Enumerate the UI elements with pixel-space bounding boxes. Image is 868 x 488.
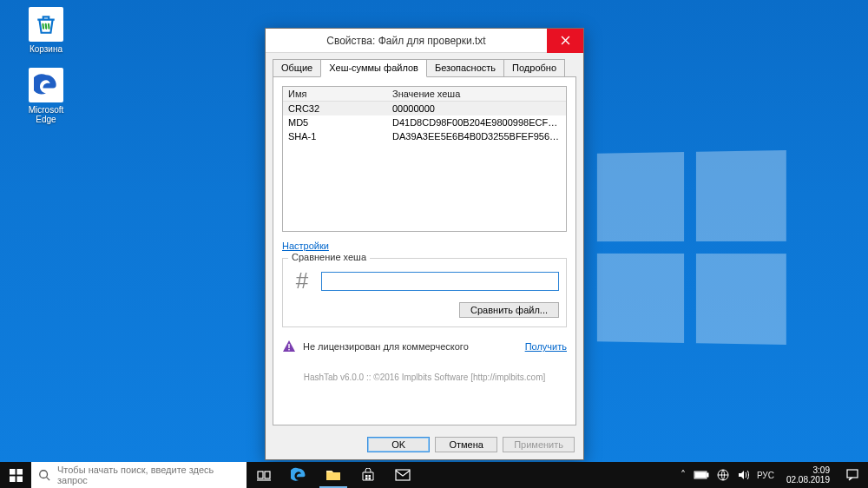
svg-rect-3	[16, 469, 23, 475]
cancel-button[interactable]: Отмена	[435, 437, 497, 452]
clock-time: 3:09	[786, 465, 830, 476]
search-icon	[38, 469, 50, 481]
tab-panel: Имя Значение хеша CRC32 00000000 MD5 D41…	[273, 76, 576, 425]
desktop-icon-label: Корзина	[19, 44, 73, 54]
start-button[interactable]	[0, 462, 31, 488]
taskbar: Чтобы начать поиск, введите здесь запрос…	[0, 462, 868, 488]
svg-rect-2	[10, 469, 16, 475]
windows-logo-watermark	[597, 150, 786, 345]
task-view-button[interactable]	[247, 462, 281, 488]
license-get-link[interactable]: Получить	[525, 341, 567, 352]
taskbar-search[interactable]: Чтобы начать поиск, введите здесь запрос	[31, 462, 247, 488]
hash-value: DA39A3EE5E6B4B0D3255BFEF95601...	[392, 131, 561, 142]
folder-icon	[326, 468, 341, 482]
compare-file-button[interactable]: Сравнить файл...	[459, 302, 559, 318]
apply-button[interactable]: Применить	[503, 437, 575, 452]
tab-security[interactable]: Безопасность	[426, 59, 504, 76]
properties-dialog: Свойства: Файл для проверки.txt Общие Хе…	[265, 28, 584, 460]
recycle-bin-icon	[29, 7, 63, 42]
desktop-icon-label: Microsoft Edge	[19, 105, 73, 124]
desktop: Корзина Microsoft Edge Свойства: Файл дл…	[0, 0, 868, 488]
license-row: Не лицензирован для коммерческого Получи…	[282, 340, 567, 353]
notification-icon	[845, 468, 859, 482]
edge-icon	[291, 467, 306, 483]
tab-hash-sums[interactable]: Хеш-суммы файлов	[320, 59, 427, 77]
hash-name: MD5	[288, 117, 392, 128]
hash-name: CRC32	[288, 103, 392, 114]
edge-icon	[29, 68, 63, 102]
ok-button[interactable]: OK	[367, 437, 430, 452]
tab-details[interactable]: Подробно	[503, 59, 565, 76]
tray-chevron-up-icon[interactable]: ˄	[681, 469, 686, 481]
volume-icon[interactable]	[737, 469, 749, 481]
hash-name: SHA-1	[288, 131, 392, 142]
svg-rect-4	[10, 476, 16, 482]
tab-general[interactable]: Общие	[273, 59, 321, 76]
svg-line-7	[47, 478, 50, 481]
mail-icon	[395, 469, 411, 481]
taskbar-app-store[interactable]	[351, 462, 385, 488]
svg-rect-5	[16, 476, 23, 482]
col-header-value[interactable]: Значение хеша	[392, 89, 561, 99]
language-indicator[interactable]: РУС	[757, 471, 774, 480]
compare-hash-group: Сравнение хеша # Сравнить файл...	[282, 258, 567, 327]
task-view-icon	[257, 469, 271, 481]
svg-rect-20	[847, 470, 858, 478]
svg-point-6	[40, 471, 48, 478]
svg-rect-15	[396, 470, 410, 480]
svg-rect-18	[695, 472, 706, 478]
desktop-icon-recycle-bin[interactable]: Корзина	[19, 7, 73, 54]
hash-value: 00000000	[392, 103, 561, 114]
svg-rect-9	[265, 472, 270, 478]
dialog-title: Свойства: Файл для проверки.txt	[266, 35, 547, 47]
warning-icon	[282, 340, 296, 353]
hash-row[interactable]: MD5 D41D8CD98F00B204E9800998ECF84...	[283, 115, 566, 129]
close-button[interactable]	[547, 29, 583, 53]
hash-value: D41D8CD98F00B204E9800998ECF84...	[392, 117, 561, 128]
svg-rect-13	[365, 478, 368, 480]
windows-icon	[10, 469, 23, 482]
battery-icon[interactable]	[694, 470, 709, 480]
hash-list-header: Имя Значение хеша	[283, 87, 566, 102]
desktop-icon-edge[interactable]: Microsoft Edge	[19, 68, 73, 124]
taskbar-spacer	[420, 462, 675, 488]
about-text: HashTab v6.0.0 :: ©2016 Implbits Softwar…	[282, 373, 567, 382]
hash-list[interactable]: Имя Значение хеша CRC32 00000000 MD5 D41…	[282, 86, 567, 232]
titlebar[interactable]: Свойства: Файл для проверки.txt	[266, 29, 583, 53]
svg-rect-12	[369, 475, 372, 478]
compare-hash-input[interactable]	[321, 272, 559, 291]
search-placeholder: Чтобы начать поиск, введите здесь запрос	[57, 465, 240, 485]
hash-row[interactable]: CRC32 00000000	[283, 102, 566, 115]
svg-rect-11	[365, 475, 368, 478]
system-tray[interactable]: ˄ РУС	[675, 462, 779, 488]
close-icon	[561, 36, 570, 45]
svg-rect-8	[258, 472, 263, 478]
action-center-button[interactable]	[837, 462, 868, 488]
taskbar-app-explorer[interactable]	[316, 462, 351, 488]
svg-rect-17	[707, 473, 708, 477]
clock-date: 02.08.2019	[786, 475, 830, 485]
svg-rect-0	[288, 344, 289, 348]
hash-icon: #	[290, 267, 314, 294]
svg-rect-1	[288, 349, 289, 350]
taskbar-app-edge[interactable]	[281, 462, 316, 488]
hash-row[interactable]: SHA-1 DA39A3EE5E6B4B0D3255BFEF95601...	[283, 129, 566, 143]
svg-rect-14	[369, 478, 372, 480]
taskbar-pinned	[247, 462, 420, 488]
taskbar-clock[interactable]: 3:09 02.08.2019	[779, 462, 837, 488]
network-icon[interactable]	[717, 469, 729, 481]
col-header-name[interactable]: Имя	[288, 89, 392, 99]
store-icon	[361, 468, 375, 482]
license-message: Не лицензирован для коммерческого	[303, 341, 518, 352]
settings-link[interactable]: Настройки	[282, 241, 329, 251]
taskbar-app-mail[interactable]	[385, 462, 420, 488]
compare-legend: Сравнение хеша	[288, 252, 370, 262]
tab-bar: Общие Хеш-суммы файлов Безопасность Подр…	[266, 53, 583, 76]
dialog-button-row: OK Отмена Применить	[367, 437, 575, 452]
